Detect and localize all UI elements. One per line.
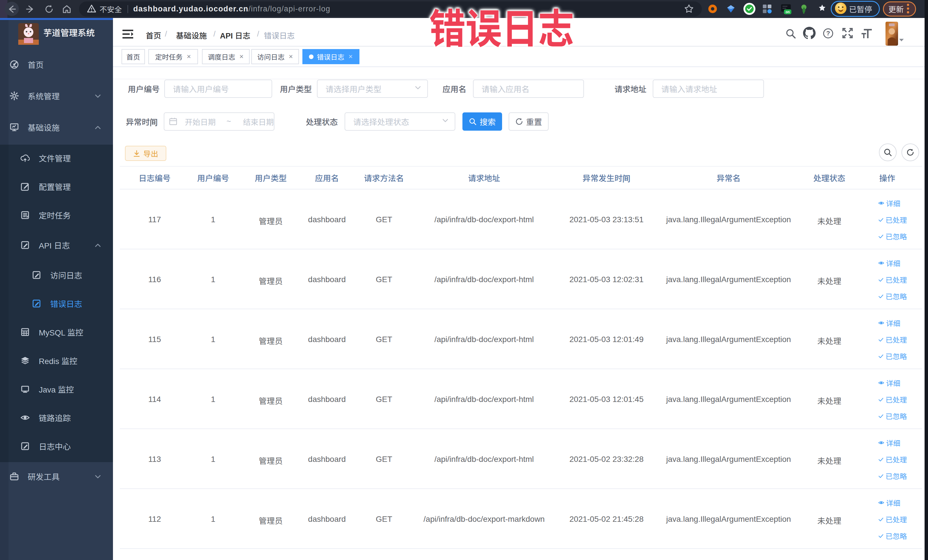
svg-text:on: on — [786, 10, 790, 14]
svg-text:?: ? — [826, 30, 830, 37]
